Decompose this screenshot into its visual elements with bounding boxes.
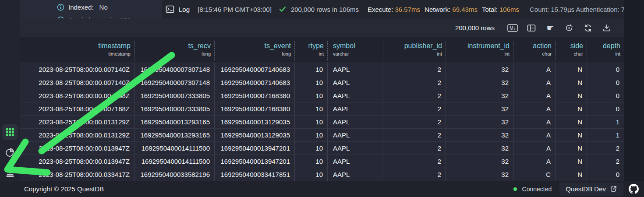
cell-ts_event[interactable]: 1692950400007140683: [215, 76, 295, 89]
cell-action[interactable]: C: [513, 168, 556, 181]
cell-action[interactable]: A: [513, 76, 556, 89]
cell-timestamp[interactable]: 2023-08-25T08:00:00.007140Z: [20, 63, 134, 76]
cell-publisher_id[interactable]: 2: [383, 89, 446, 102]
column-header-ts_recv[interactable]: ts_recvlong: [134, 41, 215, 60]
cell-ts_event[interactable]: 1692950400033417851: [215, 168, 295, 181]
cell-instrument_id[interactable]: 32: [446, 129, 513, 142]
cell-rtype[interactable]: 10: [295, 116, 328, 129]
table-row[interactable]: 2023-08-25T08:00:00.007168Z1692950400007…: [20, 102, 624, 116]
cell-ts_event[interactable]: 1692950400007140683: [215, 63, 295, 76]
refresh-icon[interactable]: [583, 23, 593, 33]
cell-depth[interactable]: 1: [587, 129, 624, 142]
cell-action[interactable]: A: [513, 89, 556, 102]
cell-symbol[interactable]: AAPL: [328, 63, 383, 76]
cell-ts_recv[interactable]: 1692950400013293165: [134, 116, 215, 129]
cell-rtype[interactable]: 10: [295, 142, 328, 155]
column-header-symbol[interactable]: symbolvarchar: [328, 41, 383, 60]
sidebar-import-button[interactable]: [2, 165, 18, 180]
table-row[interactable]: 2023-08-25T08:00:00.007140Z1692950400007…: [20, 76, 624, 89]
cell-symbol[interactable]: AAPL: [328, 142, 383, 155]
cell-depth[interactable]: 0: [587, 63, 624, 76]
table-row[interactable]: 2023-08-25T08:00:00.007168Z1692950400007…: [20, 89, 624, 102]
cell-action[interactable]: A: [513, 142, 556, 155]
column-header-ts_event[interactable]: ts_eventlong: [215, 41, 295, 60]
cell-ts_event[interactable]: 1692950400013129035: [215, 129, 295, 142]
cell-rtype[interactable]: 10: [295, 155, 328, 168]
pointer-hand-icon[interactable]: ☛: [545, 23, 556, 33]
cell-rtype[interactable]: 10: [295, 102, 328, 116]
cell-ts_event[interactable]: 1692950400007168380: [215, 102, 295, 116]
cell-side[interactable]: N: [556, 142, 587, 155]
sidebar-grid-button[interactable]: [2, 124, 18, 140]
cell-ts_recv[interactable]: 1692950400033582196: [134, 168, 215, 181]
cell-rtype[interactable]: 10: [295, 89, 328, 102]
cell-side[interactable]: N: [556, 155, 587, 168]
cell-ts_event[interactable]: 1692950400013947201: [215, 142, 295, 155]
cell-instrument_id[interactable]: 32: [446, 116, 513, 129]
cell-depth[interactable]: 2: [587, 155, 624, 168]
restore-history-icon[interactable]: [564, 23, 574, 33]
table-row[interactable]: 2023-08-25T08:00:00.013129Z1692950400013…: [20, 116, 624, 129]
cell-instrument_id[interactable]: 32: [446, 168, 513, 181]
cell-publisher_id[interactable]: 2: [383, 155, 446, 168]
cell-rtype[interactable]: 10: [295, 129, 328, 142]
cell-instrument_id[interactable]: 32: [446, 89, 513, 102]
cell-action[interactable]: A: [513, 63, 556, 76]
column-header-depth[interactable]: depthint: [587, 41, 624, 60]
cell-publisher_id[interactable]: 2: [383, 63, 446, 76]
cell-side[interactable]: N: [556, 116, 587, 129]
cell-timestamp[interactable]: 2023-08-25T08:00:00.007140Z: [20, 76, 134, 89]
cell-publisher_id[interactable]: 2: [383, 142, 446, 155]
cell-instrument_id[interactable]: 32: [446, 63, 513, 76]
cell-timestamp[interactable]: 2023-08-25T08:00:00.013129Z: [20, 129, 134, 142]
column-header-action[interactable]: actionchar: [513, 41, 556, 60]
cell-ts_recv[interactable]: 1692950400007333805: [134, 89, 215, 102]
cell-ts_recv[interactable]: 1692950400007307148: [134, 63, 215, 76]
column-header-side[interactable]: sidechar: [556, 41, 587, 60]
table-row[interactable]: 2023-08-25T08:00:00.013947Z1692950400014…: [20, 142, 624, 155]
cell-instrument_id[interactable]: 32: [446, 142, 513, 155]
cell-side[interactable]: N: [556, 76, 587, 89]
instance-button[interactable]: QuestDB Dev: [559, 183, 623, 196]
cell-symbol[interactable]: AAPL: [328, 155, 383, 168]
table-row[interactable]: 2023-08-25T08:00:00.007140Z1692950400007…: [20, 63, 624, 76]
cell-ts_recv[interactable]: 1692950400014111500: [134, 142, 215, 155]
cell-depth[interactable]: 0: [587, 168, 624, 181]
cell-ts_recv[interactable]: 1692950400007333805: [134, 102, 215, 116]
cell-action[interactable]: A: [513, 155, 556, 168]
cell-symbol[interactable]: AAPL: [328, 89, 383, 102]
cell-ts_event[interactable]: 1692950400013129035: [215, 116, 295, 129]
cell-timestamp[interactable]: 2023-08-25T08:00:00.013947Z: [20, 155, 134, 168]
column-header-rtype[interactable]: rtypeint: [295, 41, 328, 60]
cell-publisher_id[interactable]: 2: [383, 168, 446, 181]
github-icon[interactable]: [629, 184, 639, 194]
cell-depth[interactable]: 0: [587, 76, 624, 89]
cell-timestamp[interactable]: 2023-08-25T08:00:00.007168Z: [20, 102, 134, 116]
cell-ts_recv[interactable]: 1692950400007307148: [134, 76, 215, 89]
cell-depth[interactable]: 1: [587, 116, 624, 129]
cell-symbol[interactable]: AAPL: [328, 76, 383, 89]
cell-rtype[interactable]: 10: [295, 168, 328, 181]
cell-ts_event[interactable]: 1692950400007168380: [215, 89, 295, 102]
sidebar-chart-button[interactable]: [2, 144, 18, 160]
cell-publisher_id[interactable]: 2: [383, 76, 446, 89]
table-row[interactable]: 2023-08-25T08:00:00.013129Z1692950400013…: [20, 129, 624, 142]
column-header-timestamp[interactable]: timestamptimestamp: [20, 41, 134, 60]
table-layout-icon[interactable]: [526, 23, 537, 33]
cell-symbol[interactable]: AAPL: [328, 129, 383, 142]
table-row[interactable]: 2023-08-25T08:00:00.033417Z1692950400033…: [20, 168, 624, 181]
cell-rtype[interactable]: 10: [295, 63, 328, 76]
cell-timestamp[interactable]: 2023-08-25T08:00:00.007168Z: [20, 89, 134, 102]
cell-side[interactable]: N: [556, 63, 587, 76]
cell-ts_event[interactable]: 1692950400013947201: [215, 155, 295, 168]
cell-depth[interactable]: 0: [587, 102, 624, 116]
cell-depth[interactable]: 0: [587, 89, 624, 102]
cell-instrument_id[interactable]: 32: [446, 76, 513, 89]
cell-side[interactable]: N: [556, 89, 587, 102]
cell-depth[interactable]: 2: [587, 142, 624, 155]
column-header-instrument_id[interactable]: instrument_idint: [446, 41, 513, 60]
cell-symbol[interactable]: AAPL: [328, 116, 383, 129]
cell-action[interactable]: A: [513, 116, 556, 129]
cell-ts_recv[interactable]: 1692950400014111500: [134, 155, 215, 168]
cell-publisher_id[interactable]: 2: [383, 102, 446, 116]
